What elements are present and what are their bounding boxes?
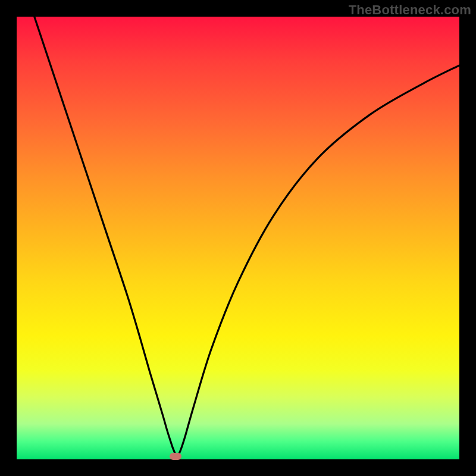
bottleneck-curve	[35, 17, 459, 457]
curve-svg	[17, 17, 459, 459]
chart-frame: TheBottleneck.com	[0, 0, 476, 476]
watermark-text: TheBottleneck.com	[349, 2, 471, 18]
optimal-marker	[170, 453, 181, 460]
plot-area	[17, 17, 459, 459]
